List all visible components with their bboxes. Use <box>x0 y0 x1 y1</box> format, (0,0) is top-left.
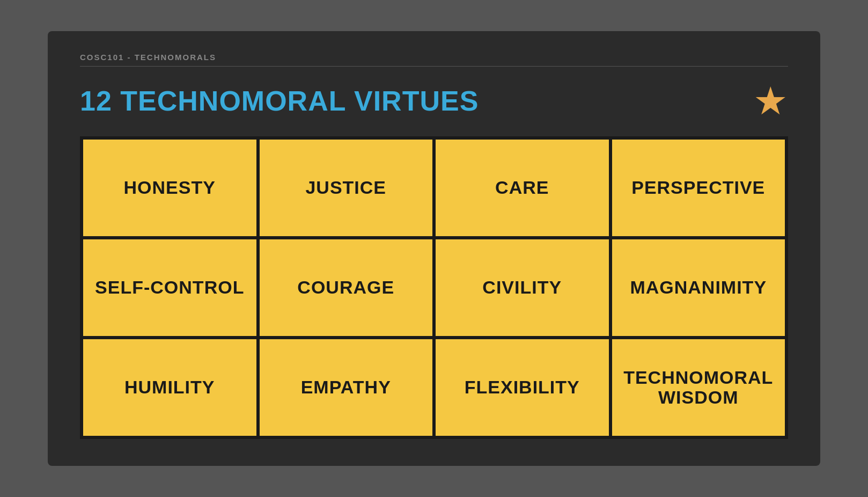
header-divider <box>80 66 788 67</box>
virtue-label: JUSTICE <box>305 178 386 198</box>
page-title: 12 TECHNOMORAL VIRTUES <box>80 85 479 117</box>
virtue-cell: MAGNANIMITY <box>610 238 787 338</box>
virtue-cell: TECHNOMORALWISDOM <box>610 338 787 437</box>
virtue-label: PERSPECTIVE <box>631 178 765 198</box>
header: COSC101 - TECHNOMORALS 12 TECHNOMORAL VI… <box>80 53 788 120</box>
virtue-cell: FLEXIBILITY <box>434 338 610 437</box>
virtue-cell: HUMILITY <box>82 338 258 437</box>
star-icon: ★ <box>753 82 788 120</box>
virtue-label: SELF-CONTROL <box>95 277 244 297</box>
virtue-cell: JUSTICE <box>258 138 435 238</box>
virtue-cell: HONESTY <box>82 138 258 238</box>
virtue-cell: COURAGE <box>258 238 435 338</box>
virtue-cell: CARE <box>434 138 610 238</box>
virtue-label: CARE <box>495 178 549 198</box>
virtue-label: TECHNOMORALWISDOM <box>623 368 773 408</box>
virtue-label: COURAGE <box>297 277 394 297</box>
virtue-cell: EMPATHY <box>258 338 435 437</box>
virtues-grid: HONESTYJUSTICECAREPERSPECTIVESELF-CONTRO… <box>80 136 788 439</box>
virtue-label: HONESTY <box>124 178 216 198</box>
virtue-cell: PERSPECTIVE <box>610 138 787 238</box>
virtue-label: FLEXIBILITY <box>465 377 580 397</box>
course-label: COSC101 - TECHNOMORALS <box>80 53 788 62</box>
virtue-label: CIVILITY <box>482 277 562 297</box>
virtue-label: HUMILITY <box>124 377 215 397</box>
virtue-label: EMPATHY <box>301 377 391 397</box>
virtue-cell: SELF-CONTROL <box>82 238 258 338</box>
title-row: 12 TECHNOMORAL VIRTUES ★ <box>80 82 788 120</box>
virtue-cell: CIVILITY <box>434 238 610 338</box>
slide-container: COSC101 - TECHNOMORALS 12 TECHNOMORAL VI… <box>48 31 820 466</box>
virtue-label: MAGNANIMITY <box>630 277 767 297</box>
